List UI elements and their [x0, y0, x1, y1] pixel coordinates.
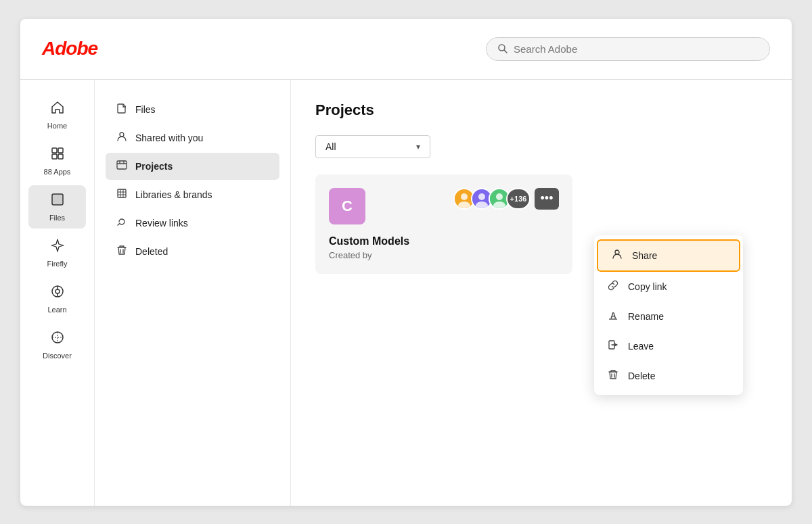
sidebar-item-firefly[interactable]: Firefly — [28, 231, 86, 275]
mid-sidebar: Files Shared with you — [95, 80, 291, 506]
mid-nav-shared[interactable]: Shared with you — [106, 124, 279, 151]
learn-icon — [50, 284, 65, 303]
main-container: Adobe Home — [20, 19, 792, 506]
menu-delete-label: Delete — [628, 371, 655, 381]
card-icon: C — [329, 188, 365, 224]
mid-files-label: Files — [135, 104, 156, 115]
sidebar-item-files[interactable]: Files — [28, 185, 86, 229]
sidebar-item-apps[interactable]: 88 Apps — [28, 139, 86, 183]
menu-item-delete[interactable]: Delete — [594, 361, 743, 391]
card-avatars: +136 — [453, 188, 531, 210]
sidebar-item-learn[interactable]: Learn — [28, 277, 86, 320]
mid-projects-label: Projects — [135, 161, 173, 172]
leave-icon — [606, 339, 620, 353]
ellipsis-icon: ••• — [541, 191, 554, 206]
files-label: Files — [49, 214, 65, 222]
apps-label: 88 Apps — [44, 168, 71, 176]
mid-nav-libraries[interactable]: Libraries & brands — [106, 181, 279, 208]
home-label: Home — [47, 122, 67, 130]
rename-icon: A — [606, 310, 620, 323]
svg-line-1 — [504, 50, 507, 53]
svg-point-18 — [461, 193, 468, 200]
search-icon — [497, 43, 508, 54]
menu-leave-label: Leave — [628, 341, 654, 352]
learn-label: Learn — [47, 306, 66, 314]
body-layout: Home 88 Apps — [20, 80, 792, 506]
delete-icon — [606, 369, 620, 383]
main-content: Projects All ▾ C — [291, 80, 792, 506]
share-icon — [610, 249, 624, 262]
mid-nav-projects[interactable]: Projects — [106, 153, 279, 180]
svg-point-14 — [120, 133, 124, 137]
menu-copy-link-label: Copy link — [628, 281, 667, 292]
card-subtitle: Created by — [329, 250, 559, 260]
adobe-logo: Adobe — [42, 38, 97, 59]
filter-dropdown[interactable]: All ▾ — [315, 135, 430, 158]
sidebar-item-home[interactable]: Home — [28, 93, 86, 137]
menu-item-share[interactable]: Share — [597, 239, 740, 272]
discover-label: Discover — [43, 352, 72, 360]
mid-review-icon — [115, 216, 129, 230]
sidebar-item-discover[interactable]: Discover — [28, 323, 86, 366]
discover-icon — [50, 330, 65, 349]
mid-files-icon — [115, 103, 129, 116]
mid-deleted-label: Deleted — [135, 246, 168, 257]
mid-shared-icon — [115, 131, 129, 145]
menu-item-copy-link[interactable]: Copy link — [594, 272, 743, 302]
card-actions: +136 ••• — [453, 188, 559, 210]
mid-nav-review[interactable]: Review links — [106, 210, 279, 237]
mid-nav-deleted[interactable]: Deleted — [106, 238, 279, 265]
mid-libraries-label: Libraries & brands — [135, 189, 212, 200]
svg-point-24 — [496, 193, 503, 200]
nav-sidebar: Home 88 Apps — [20, 80, 95, 506]
project-card[interactable]: C — [315, 174, 572, 274]
menu-share-label: Share — [632, 250, 657, 261]
svg-point-26 — [615, 250, 619, 254]
home-icon — [50, 100, 65, 119]
mid-deleted-icon — [115, 245, 129, 258]
mid-review-label: Review links — [135, 218, 188, 229]
card-top: C — [329, 188, 559, 224]
mid-projects-icon — [115, 160, 129, 173]
chevron-down-icon: ▾ — [416, 142, 420, 151]
apps-icon — [50, 146, 65, 165]
svg-point-8 — [55, 289, 60, 293]
svg-point-21 — [478, 193, 485, 200]
page-title: Projects — [315, 101, 767, 119]
avatar-count: +136 — [506, 188, 531, 210]
more-button[interactable]: ••• — [535, 188, 559, 210]
svg-rect-16 — [118, 189, 126, 197]
svg-rect-3 — [58, 148, 63, 153]
top-bar: Adobe — [20, 19, 792, 80]
menu-item-rename[interactable]: A Rename — [594, 302, 743, 331]
firefly-icon — [50, 238, 65, 257]
card-title: Custom Models — [329, 235, 559, 247]
menu-rename-label: Rename — [628, 311, 664, 322]
svg-rect-4 — [52, 154, 57, 159]
filter-label: All — [325, 141, 336, 152]
mid-nav-files[interactable]: Files — [106, 96, 279, 123]
search-input[interactable] — [514, 43, 759, 55]
mid-libraries-icon — [115, 188, 129, 201]
search-bar[interactable] — [486, 37, 770, 61]
copy-link-icon — [606, 280, 620, 293]
files-icon — [50, 192, 65, 211]
firefly-label: Firefly — [47, 260, 68, 268]
menu-item-leave[interactable]: Leave — [594, 331, 743, 361]
svg-rect-15 — [117, 161, 127, 169]
svg-rect-2 — [52, 148, 57, 153]
svg-rect-5 — [58, 154, 63, 159]
mid-shared-label: Shared with you — [135, 133, 203, 143]
context-menu: Share Copy link A — [594, 235, 743, 395]
